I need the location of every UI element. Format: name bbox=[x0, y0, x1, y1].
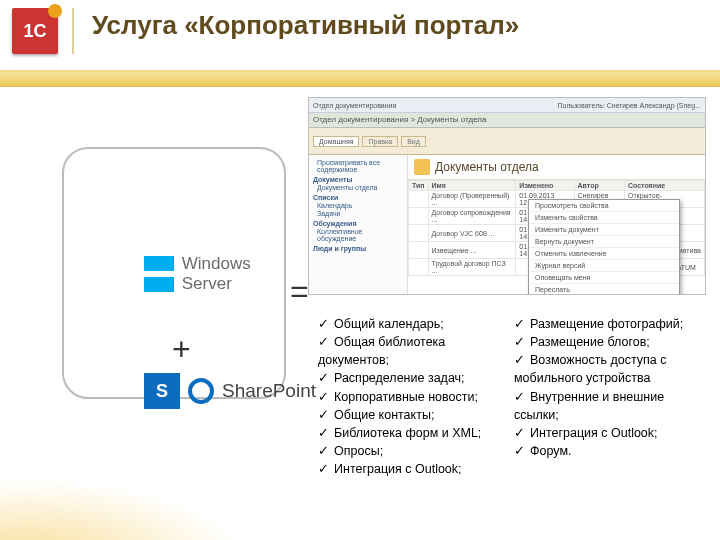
sharepoint-row: S SharePoint bbox=[144, 373, 316, 409]
windows-server-label: Windows Server bbox=[182, 254, 284, 294]
sharepoint-tile-icon: S bbox=[144, 373, 180, 409]
feature-item: Интеграция с Outlook; bbox=[318, 460, 508, 478]
sc-lists-header: Списки bbox=[313, 194, 403, 201]
windows-server-row: Windows Server bbox=[144, 254, 284, 294]
sc-site-name: Отдел документирования bbox=[313, 102, 396, 109]
sharepoint-ring-icon bbox=[188, 378, 214, 404]
slide-title: Услуга «Корпоративный портал» bbox=[92, 10, 519, 41]
feature-list-2: Размещение фотографий;Размещение блогов;… bbox=[514, 315, 704, 478]
th-name: Имя bbox=[428, 181, 516, 191]
th-state: Состояние bbox=[624, 181, 704, 191]
logo-1c: 1C bbox=[12, 8, 58, 54]
feature-item: Опросы; bbox=[318, 442, 508, 460]
sc-docs-item[interactable]: Документы отдела bbox=[317, 184, 403, 191]
sc-view-all[interactable]: Просматривать все содержимое bbox=[317, 159, 403, 173]
context-menu-item[interactable]: Отменить извлечение bbox=[529, 248, 679, 260]
sc-main-title: Документы отдела bbox=[408, 155, 705, 180]
folder-icon bbox=[414, 159, 430, 175]
feature-item: Размещение фотографий; bbox=[514, 315, 704, 333]
context-menu-item[interactable]: Журнал версий bbox=[529, 260, 679, 272]
sc-sidebar: Просматривать все содержимое Документы Д… bbox=[309, 155, 408, 295]
feature-item: Форум. bbox=[514, 442, 704, 460]
context-menu-item[interactable]: Оповещать меня bbox=[529, 272, 679, 284]
context-menu-item[interactable]: Переслать bbox=[529, 284, 679, 295]
context-menu-item[interactable]: Изменить документ bbox=[529, 224, 679, 236]
ribbon-tab-view[interactable]: Вид bbox=[401, 136, 426, 147]
sc-main-title-text: Документы отдела bbox=[435, 160, 539, 174]
portal-screenshot: Отдел документирования Пользователь: Сне… bbox=[308, 97, 706, 295]
feature-item: Общий календарь; bbox=[318, 315, 508, 333]
context-menu-item[interactable]: Просмотреть свойства bbox=[529, 200, 679, 212]
ribbon-tab-edit[interactable]: Правка bbox=[362, 136, 398, 147]
windows-icon bbox=[144, 256, 174, 292]
sc-main: Документы отдела Тип Имя Изменено Автор … bbox=[408, 155, 705, 295]
sc-ribbon: Домашняя Правка Вид bbox=[309, 128, 705, 155]
equals-symbol: = bbox=[290, 273, 309, 310]
sc-disc-item[interactable]: Коллективное обсуждение bbox=[317, 228, 403, 242]
feature-item: Размещение блогов; bbox=[514, 333, 704, 351]
plus-symbol: + bbox=[172, 331, 191, 368]
ribbon-tab-home[interactable]: Домашняя bbox=[313, 136, 359, 147]
th-type: Тип bbox=[409, 181, 429, 191]
sc-disc-header: Обсуждения bbox=[313, 220, 403, 227]
accent-bar bbox=[0, 72, 720, 87]
feature-item: Интеграция с Outlook; bbox=[514, 424, 704, 442]
feature-item: Внутренние и внешние ссылки; bbox=[514, 388, 704, 424]
tech-combo-box: Windows Server + S SharePoint bbox=[62, 147, 286, 399]
feature-lists: Общий календарь;Общая библиотека докумен… bbox=[318, 315, 704, 478]
sc-user-label: Пользователь: Снегирев Александр (Sneg..… bbox=[557, 102, 701, 109]
feature-item: Возможность доступа с мобильного устройс… bbox=[514, 351, 704, 387]
header-divider bbox=[72, 8, 74, 54]
feature-item: Общая библиотека документов; bbox=[318, 333, 508, 369]
context-menu: Просмотреть свойстваИзменить свойстваИзм… bbox=[528, 199, 680, 295]
slide-header: 1C Услуга «Корпоративный портал» bbox=[0, 0, 720, 72]
decorative-swoosh bbox=[0, 473, 260, 540]
feature-list-1: Общий календарь;Общая библиотека докумен… bbox=[318, 315, 508, 478]
th-mod: Изменено bbox=[516, 181, 574, 191]
sc-list-calendar[interactable]: Календарь bbox=[317, 202, 403, 209]
feature-item: Корпоративные новости; bbox=[318, 388, 508, 406]
sc-topbar: Отдел документирования Пользователь: Сне… bbox=[309, 98, 705, 113]
feature-item: Общие контакты; bbox=[318, 406, 508, 424]
feature-item: Распределение задач; bbox=[318, 369, 508, 387]
slide-body: Windows Server + S SharePoint = Отдел до… bbox=[0, 87, 720, 540]
sharepoint-label: SharePoint bbox=[222, 380, 316, 402]
sc-people-header: Люди и группы bbox=[313, 245, 403, 252]
th-author: Автор bbox=[574, 181, 624, 191]
context-menu-item[interactable]: Вернуть документ bbox=[529, 236, 679, 248]
feature-item: Библиотека форм и XML; bbox=[318, 424, 508, 442]
context-menu-item[interactable]: Изменить свойства bbox=[529, 212, 679, 224]
sc-list-tasks[interactable]: Задачи bbox=[317, 210, 403, 217]
sc-breadcrumb: Отдел документирования > Документы отдел… bbox=[309, 113, 705, 128]
sc-docs-header: Документы bbox=[313, 176, 403, 183]
